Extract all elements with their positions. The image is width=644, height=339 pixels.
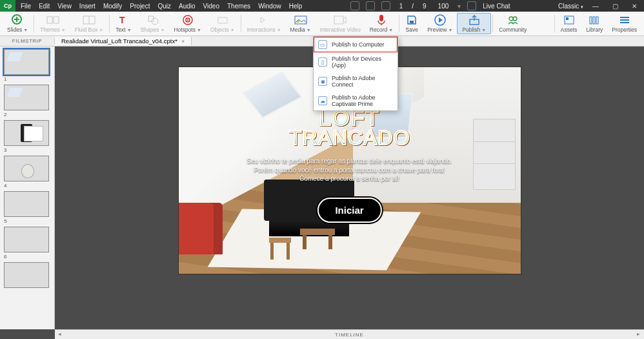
slide-thumb-5[interactable]: 5 [4,191,50,224]
menu-file[interactable]: File [21,3,31,10]
tab-close-icon[interactable]: × [181,38,185,45]
undo-icon[interactable] [350,1,359,10]
slide-thumb-1[interactable]: 1 [4,49,50,82]
ribbon-media[interactable]: Media▼ [286,12,316,36]
ribbon-slides[interactable]: Slides▼ [3,12,32,36]
scene-shelf [473,119,516,190]
layout-picker[interactable]: Classic ▾ [558,3,583,10]
menu-themes[interactable]: Themes [227,3,250,10]
menu-view[interactable]: View [57,3,72,10]
svg-rect-27 [593,17,595,24]
page-total: 9 [420,3,429,10]
thumb-number: 1 [4,75,50,82]
filmstrip-panel[interactable]: 1 2 3 4 5 6 [0,46,55,329]
pointer-icon[interactable] [381,1,390,10]
thumb-number: 3 [4,146,50,153]
slide-thumb-6[interactable]: 6 [4,227,50,260]
menu-quiz[interactable]: Quiz [157,3,171,10]
community-icon [507,14,519,26]
stage-title[interactable]: LOFT TRANCADO [289,107,410,148]
zoom-value[interactable]: 100 [436,3,452,10]
fluidbox-icon [83,14,96,26]
menu-help[interactable]: Help [289,3,303,10]
timeline-panel-collapsed[interactable]: ◂ TIMELINE ▸ [55,329,644,339]
publish-dropdown: ▭ Publish to Computer ▯ Publish for Devi… [313,36,398,111]
document-tab-label: Realidade Virtual_Loft Trancado_v04.cptx… [61,37,177,45]
preview-icon [434,14,447,26]
menu-project[interactable]: Project [130,3,150,10]
start-button[interactable]: Iniciar [317,198,381,223]
livechat-icon[interactable] [467,1,476,10]
properties-icon [618,14,631,26]
ribbon-fluidbox[interactable]: Fluid Box▼ [70,12,108,36]
page-sep: / [412,3,414,10]
svg-point-12 [186,19,188,21]
svg-rect-14 [295,16,307,24]
scroll-left-icon[interactable]: ◂ [56,331,64,337]
stage-subtitle[interactable]: Seu vizinho te pediu para regar as plant… [247,157,453,183]
page-current: 1 [397,3,406,10]
menu-edit[interactable]: Edit [39,3,50,10]
window-minimize-icon[interactable]: — [589,1,603,10]
thumb-number [4,288,50,289]
ribbon-record[interactable]: Record▼ [365,12,397,36]
thumb-image [4,191,49,217]
svg-rect-26 [590,17,592,24]
thumb-number: 2 [4,110,50,118]
scroll-right-icon[interactable]: ▸ [635,331,643,337]
redo-icon[interactable] [366,1,375,10]
window-close-icon[interactable]: ✕ [627,1,641,10]
publish-for-devices[interactable]: ▯ Publish for Devices (App) [314,52,397,72]
thumb-image [4,262,49,288]
ribbon-community[interactable]: Community [494,12,531,36]
timeline-label: TIMELINE [335,332,364,338]
slide-thumb-4[interactable]: 4 [4,156,50,189]
thumb-image [4,85,49,110]
ribbon-assets[interactable]: Assets [556,12,582,36]
title-center-controls: 1 / 9 100 ▾ Live Chat [302,1,558,10]
publish-captivate-prime[interactable]: ☁ Publish to Adobe Captivate Prime [314,91,397,110]
ribbon-shapes[interactable]: Shapes▼ [136,12,170,36]
menu-window[interactable]: Window [258,3,281,10]
menu-audio[interactable]: Audio [179,3,196,10]
ribbon-save[interactable]: Save [401,12,423,36]
cloud-upload-icon: ☁ [318,96,327,105]
interactions-icon [257,14,270,26]
window-maximize-icon[interactable]: ▢ [608,1,622,10]
ribbon-interactions[interactable]: Interactions▼ [243,12,286,36]
svg-rect-17 [379,15,383,21]
objects-icon [216,14,229,26]
connect-icon: ◉ [318,77,327,86]
thumb-image [4,156,49,181]
record-icon [375,14,388,26]
ribbon-text[interactable]: T Text▼ [111,12,136,36]
ribbon-properties[interactable]: Properties [607,12,641,36]
menu-item-label: Publish to Computer [332,41,385,48]
menu-item-label: Publish to Adobe Captivate Prime [332,94,393,107]
svg-rect-16 [334,16,343,24]
thumb-number: 4 [4,181,50,189]
menu-item-label: Publish for Devices (App) [332,56,393,68]
menu-insert[interactable]: Insert [79,3,96,10]
document-tab[interactable]: Realidade Virtual_Loft Trancado_v04.cptx… [55,37,192,45]
thumb-image [4,120,49,146]
device-icon: ▯ [318,57,327,67]
svg-rect-28 [596,17,598,24]
livechat-label[interactable]: Live Chat [483,3,510,10]
ribbon-themes[interactable]: Themes▼ [35,12,70,36]
slide-thumb-2[interactable]: 2 [4,85,50,118]
menu-video[interactable]: Video [203,3,219,10]
ribbon-interactive-video[interactable]: Interactive Video [316,12,365,36]
ribbon-preview[interactable]: Preview▼ [423,12,457,36]
ribbon-library[interactable]: Library [581,12,607,36]
ribbon-objects[interactable]: Objects▼ [206,12,239,36]
publish-adobe-connect[interactable]: ◉ Publish to Adobe Connect [314,72,397,91]
slide-thumb-3[interactable]: 3 [4,120,50,153]
menu-modify[interactable]: Modify [103,3,122,10]
media-icon [294,14,307,26]
ribbon-hotspots[interactable]: Hotspots▼ [169,12,205,36]
thumb-image [4,227,49,252]
slide-thumb-7[interactable] [4,262,50,289]
ribbon-publish[interactable]: Publish▼ [457,13,491,34]
publish-to-computer[interactable]: ▭ Publish to Computer [314,37,397,52]
